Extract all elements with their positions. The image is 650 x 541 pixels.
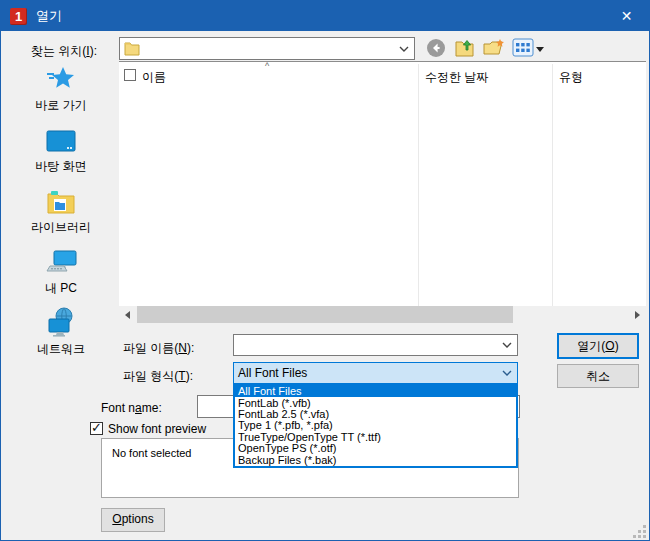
titlebar: 열기 ✕ [1,1,649,31]
views-caret-icon [536,47,544,52]
sidebar-item-label: 바탕 화면 [35,158,86,175]
go-back-icon [426,38,446,61]
sidebar-item-this-pc[interactable]: 내 PC [9,246,113,307]
dropdown-item[interactable]: All Font Files [235,386,516,397]
file-name-label: 파일 이름(N): [123,340,194,357]
look-in-label: 찾는 위치(I): [31,43,97,60]
column-separator[interactable] [418,64,419,308]
column-separator[interactable] [552,64,553,308]
select-all-checkbox[interactable] [124,69,136,81]
new-folder-button[interactable] [483,38,505,60]
show-font-preview-checkbox[interactable]: ✓ [90,422,103,435]
sidebar-item-network[interactable]: 네트워크 [9,307,113,368]
up-one-level-button[interactable] [454,38,476,60]
file-type-combobox[interactable]: All Font Files [233,362,518,384]
sidebar-item-label: 라이브러리 [31,219,91,236]
preview-status-text: No font selected [112,447,192,459]
scrollbar-thumb[interactable] [137,306,513,323]
column-header-name[interactable]: 이름 [142,69,166,86]
chevron-down-icon[interactable] [502,342,512,348]
scroll-left-arrow[interactable] [119,306,136,323]
up-one-level-icon [455,38,476,61]
scroll-right-arrow[interactable] [629,306,646,323]
fontlab-app-icon [10,8,27,25]
column-header-type[interactable]: 유형 [559,69,583,86]
column-header-modified[interactable]: 수정한 날짜 [425,69,488,86]
resize-grip[interactable] [634,525,646,537]
sort-ascending-icon: ^ [265,61,269,71]
new-folder-icon [483,38,505,61]
chevron-down-icon[interactable] [399,46,409,52]
show-font-preview-label: Show font preview [108,422,206,436]
file-list[interactable]: 이름 ^ 수정한 날짜 유형 [119,61,646,323]
checkmark-icon: ✓ [91,420,102,435]
open-dialog: 열기 ✕ 찾는 위치(I): [0,0,650,541]
file-type-value: All Font Files [238,366,307,380]
libraries-icon [46,185,76,215]
file-type-label: 파일 형식(T): [123,368,193,385]
sidebar-item-label: 내 PC [45,280,77,297]
window-title: 열기 [36,7,62,25]
sidebar-item-label: 네트워크 [37,341,85,358]
places-sidebar: 바로 가기 바탕 화면 라이브러리 내 PC 네트워크 [9,63,113,368]
sidebar-item-label: 바로 가기 [35,97,86,114]
open-button[interactable]: 열기(O) [557,333,639,359]
dropdown-item[interactable]: OpenType PS (*.otf) [235,443,516,454]
quick-access-star-icon [46,63,76,93]
file-name-combobox[interactable] [233,334,518,356]
folder-icon [124,41,140,59]
back-button[interactable] [425,38,447,60]
views-menu-button[interactable] [512,38,544,60]
sidebar-item-desktop[interactable]: 바탕 화면 [9,124,113,185]
close-button[interactable]: ✕ [604,1,649,31]
chevron-down-icon[interactable] [502,370,512,376]
look-in-combobox[interactable] [119,37,415,60]
file-type-dropdown-list: All Font Files FontLab (*.vfb) FontLab 2… [233,384,518,468]
folder-toolbar [425,37,544,61]
network-icon [45,307,77,337]
views-icon [512,38,534,60]
this-pc-icon [45,246,77,276]
font-name-label: Font name: [101,401,162,415]
sidebar-item-libraries[interactable]: 라이브러리 [9,185,113,246]
desktop-icon [46,124,76,154]
options-button[interactable]: Options [101,508,165,532]
cancel-button[interactable]: 취소 [557,364,639,388]
dropdown-item[interactable]: Backup Files (*.bak) [235,455,516,466]
dropdown-item[interactable]: Type 1 (*.pfb, *.pfa) [235,420,516,431]
sidebar-item-quick-access[interactable]: 바로 가기 [9,63,113,124]
horizontal-scrollbar[interactable] [119,306,646,323]
